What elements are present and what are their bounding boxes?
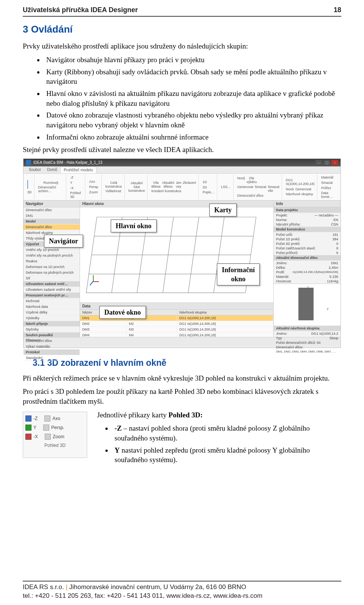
dg-dropdown[interactable]: DG1 Is(1000,14.200,18) [286, 178, 315, 186]
nav-item[interactable]: Výkaz materiálu [24, 344, 80, 350]
table-row[interactable]: DM4 M4 DG1 Is(1000,14.200,18) [80, 332, 273, 338]
btn-smazat-vse[interactable]: Smazat vše [268, 185, 279, 193]
3d-canvas[interactable] [80, 207, 273, 302]
nav-item[interactable]: Návrhová data [24, 304, 80, 310]
btn-akt-teleso[interactable]: Aktuální těleso [162, 181, 174, 188]
nav-item[interactable]: Vnitřní síly 1D prvcích [24, 247, 80, 253]
paragraph: Pro práci s 3D pohledem lze použít příka… [23, 387, 341, 406]
nav-group-header[interactable]: Model [24, 219, 80, 224]
btn-cela[interactable]: Celá konstrukce [105, 181, 122, 188]
group-label: Návrhové skupiny [286, 192, 315, 196]
kv-label: Počet 1D prvků: [276, 237, 300, 241]
nav-group-header[interactable]: Posouzení ocelových pr… [24, 293, 80, 298]
btn-rozvinuty[interactable]: Rozvinutý [38, 181, 64, 185]
nav-item[interactable]: Standardní [24, 355, 80, 361]
main-title: Hlavní okno [80, 201, 273, 207]
header-rule [23, 16, 341, 17]
nav-item[interactable]: Vzpěrné délky [24, 310, 80, 315]
nav-item[interactable]: Síť [24, 276, 80, 281]
nav-item-selected[interactable]: Dimenzační dílce [24, 224, 80, 230]
kv-label: Délka: [276, 266, 286, 270]
nav-group-header[interactable]: Protokol [24, 350, 80, 355]
navigator-title: Navigátor [24, 201, 80, 207]
table-row[interactable]: DM2 M2 DG1 Is(1000,14.200,18) [80, 321, 273, 327]
cube-icon[interactable] [27, 180, 28, 189]
kv-label: Počet dimenzačních dílců: 84 [276, 341, 321, 345]
kv-label: Jméno: [276, 261, 287, 265]
feature-list: Navigátor obsahuje hlavní příkazy pro pr… [44, 55, 341, 142]
z-icon[interactable] [25, 415, 31, 422]
axis-x[interactable]: -X [70, 186, 83, 190]
ribbon-group-dimdilce: Nový Dle výběru Generovat Smazat Smazat … [235, 174, 282, 199]
tab-prohlicec[interactable]: Prohlížeč modelu [60, 166, 96, 173]
y-icon[interactable] [25, 425, 31, 431]
nav-item[interactable]: Výsledky [24, 315, 80, 321]
tab-domu[interactable]: Domů [44, 166, 60, 173]
nav-item[interactable]: Styčníky [24, 327, 80, 332]
btn-dle-vyberu[interactable]: Dle výběru [246, 176, 257, 184]
axis-axo[interactable]: Axo [89, 179, 99, 184]
ribbon-group-axo: Axo Persp. Zoom [87, 174, 102, 199]
btn-vse[interactable]: Vše tělesa [151, 181, 160, 188]
nav-item[interactable]: Reakce [24, 259, 80, 264]
nav-combo[interactable]: DM1 [24, 213, 80, 219]
maximize-button[interactable]: ▢ [323, 160, 330, 165]
kv-label: Jméno: [276, 332, 287, 335]
btn-jen-osy[interactable]: Jen osy [176, 181, 182, 188]
nav-group-header[interactable]: Návrh přípoje [24, 321, 80, 327]
lbl: Persp. [51, 425, 64, 430]
nav-group-header[interactable]: Souhrn posudků [24, 332, 80, 338]
close-button[interactable]: × [331, 160, 338, 165]
axis-persp[interactable]: Persp. [89, 185, 99, 189]
kv-value: 118×kg [327, 279, 338, 283]
btn-smazat[interactable]: Smazat [255, 185, 267, 193]
btn-aktual[interactable]: Aktuální část konstrukce [129, 181, 145, 193]
cell: DM2 [80, 321, 127, 326]
lbl: -Z [33, 416, 38, 421]
btn-novy[interactable]: Nový [237, 176, 245, 184]
btn-1d[interactable]: 1D [202, 180, 215, 184]
minimize-button[interactable]: — [315, 160, 322, 165]
page-footer: IDEA RS s.r.o. | Jihomoravské inovační c… [23, 581, 341, 600]
zoom-icon[interactable] [45, 434, 51, 440]
kv-value: 2,45m [329, 266, 338, 270]
cell: DG1 Is(1000,14.200,18) [177, 327, 273, 332]
section-preview: y z [274, 284, 340, 326]
btn-nova[interactable]: Nová [286, 187, 294, 191]
nav-item[interactable]: Deformace na 1D prvcích [24, 264, 80, 270]
info-header: Model konstrukce [274, 227, 340, 232]
tab-soubor[interactable]: Soubor [26, 166, 44, 173]
btn-prurez[interactable]: Průřez [321, 186, 337, 190]
group-label: Data konst… [321, 191, 337, 199]
nav-item[interactable]: Vnitřní síly na plošných prvcích [24, 253, 80, 259]
btn-generovat[interactable]: Generovat [237, 185, 253, 193]
cell: M4 [127, 332, 177, 338]
persp-icon[interactable] [43, 425, 49, 431]
group-label: Popis… [202, 190, 215, 194]
axis-z[interactable]: -Z [70, 175, 83, 180]
save-icon[interactable] [26, 160, 31, 165]
lbl: Axo [52, 416, 60, 421]
nav-item[interactable]: Možnosti [24, 298, 80, 304]
btn-smazat2[interactable]: Smazat [321, 180, 337, 185]
axis-y[interactable]: Y [70, 180, 83, 185]
btn-zkraceni[interactable]: Zkrácení [183, 181, 196, 188]
btn-material[interactable]: Materiál [321, 175, 337, 180]
btn-generovat2[interactable]: Generovat [295, 187, 311, 191]
btn-3d[interactable]: 3D [27, 190, 32, 194]
nav-item[interactable]: Uživatelem zadané vnitřní síly [24, 287, 80, 293]
section-num: 3 [23, 24, 28, 35]
nav-group-header[interactable]: Uživatelem zadané vnitř… [24, 281, 80, 287]
callout-informacni: Informační okno [217, 263, 260, 286]
x-icon[interactable] [25, 434, 31, 440]
kv-value: — nezadáno — [314, 213, 338, 217]
table-row[interactable]: DM3 M3 DG1 Is(1000,14.200,18) [80, 327, 273, 332]
nav-item[interactable]: Deformace na plošných prvcích [24, 270, 80, 276]
axis-zoom[interactable]: Zoom [89, 190, 99, 194]
app-title: IDEA StatiCa BIM - Hala Kašpar_3_1_13 [33, 160, 102, 165]
btn-2d[interactable]: 2D [202, 185, 215, 190]
ribbon-group-navskup: DG1 Is(1000,14.200,18) Nová Generovat Ná… [284, 174, 317, 199]
col-header[interactable]: Návrhová skupina [177, 310, 273, 315]
titlebar: IDEA StatiCa BIM - Hala Kašpar_3_1_13 — … [24, 159, 340, 166]
axo-icon[interactable] [44, 415, 50, 422]
